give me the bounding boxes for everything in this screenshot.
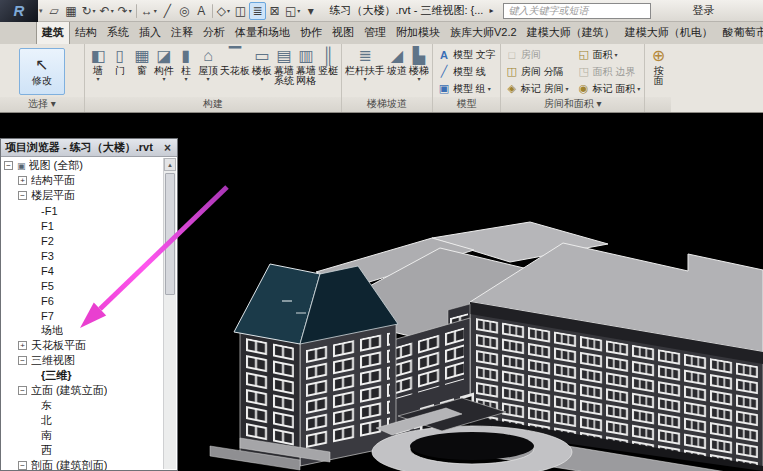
tree-item-minus-f1[interactable]: -F1 [1, 203, 163, 218]
tree-item-3d-views[interactable]: − 三维视图 [1, 353, 163, 368]
wall-button[interactable]: ◧ 墙 ▾ [87, 46, 109, 97]
sync-icon[interactable]: ↻ ▾ [80, 2, 98, 20]
tree-item-east[interactable]: 东 [1, 398, 163, 413]
search-input[interactable] [503, 3, 651, 19]
tab-modeling-master-mep[interactable]: 建模大师（机电） [620, 22, 718, 44]
tree-expander-icon[interactable]: − [18, 386, 27, 395]
tab-systems[interactable]: 系统 [102, 22, 134, 44]
tree-item-views-all[interactable]: − ▣ 视图 (全部) [1, 158, 163, 173]
tree-item-site[interactable]: 场地 [1, 323, 163, 338]
panel-label-select[interactable]: 选择 ▾ [0, 97, 84, 112]
model-line-button[interactable]: ╱ 模型 线 [437, 63, 496, 80]
opening-by-face-button[interactable]: ⊕ 按 面 [647, 46, 669, 97]
ramp-button[interactable]: ◢ 坡道 [386, 46, 408, 97]
room-separator-button[interactable]: ◫ 房间 分隔 [505, 63, 569, 80]
area-button[interactable]: ◱ 面积 ▾ [577, 46, 641, 63]
tree-item-f5[interactable]: F5 [1, 278, 163, 293]
tab-structure[interactable]: 结构 [70, 22, 102, 44]
tab-analyze[interactable]: 分析 [198, 22, 230, 44]
floor-button[interactable]: ▭ 楼板 ▾ [251, 46, 273, 97]
tab-architecture[interactable]: 建筑 [36, 22, 70, 44]
tab-annotate[interactable]: 注释 [166, 22, 198, 44]
door-button[interactable]: ▯ 门 [109, 46, 131, 97]
tag-by-category-icon[interactable]: ◎ [176, 2, 193, 20]
title-expand-button[interactable]: ▸ [489, 6, 493, 15]
tab-suanputao-civil[interactable]: 酸葡萄市政 [718, 22, 763, 44]
railing-button[interactable]: ≣ 栏杆扶手 ▾ [344, 46, 386, 97]
qat-separator[interactable] [212, 4, 213, 18]
area-boundary-button[interactable]: ◳ 面积 边界 [577, 63, 641, 80]
tree-expander-icon[interactable]: + [18, 176, 27, 185]
text-icon[interactable]: A [193, 2, 210, 20]
tree-item-f7[interactable]: F7 [1, 308, 163, 323]
tree-item-north[interactable]: 北 [1, 413, 163, 428]
tree-expander-icon[interactable]: − [18, 191, 27, 200]
room-button[interactable]: □ 房间 [505, 46, 569, 63]
aligned-dimension-icon[interactable]: ╱ [159, 2, 176, 20]
tree-item-f4[interactable]: F4 [1, 263, 163, 278]
tree-item-structural-plans[interactable]: + 结构平面 [1, 173, 163, 188]
switch-windows-icon[interactable]: ◱ ▾ [283, 2, 302, 20]
tab-massing-site[interactable]: 体量和场地 [230, 22, 295, 44]
measure-icon[interactable]: ↔ ▾ [139, 2, 159, 20]
save-icon[interactable]: ▦ [63, 2, 80, 20]
tree-expander-icon[interactable]: + [18, 341, 27, 350]
thin-lines-icon[interactable]: ≣ [249, 2, 266, 20]
tab-manage[interactable]: 管理 [359, 22, 391, 44]
project-browser-titlebar[interactable]: 项目浏览器 - 练习（大楼）.rvt × [1, 139, 177, 157]
tree-expander-icon[interactable]: − [4, 161, 13, 170]
close-hidden-windows-icon[interactable]: ⊠ [266, 2, 283, 20]
close-icon[interactable]: × [162, 141, 173, 155]
curtain-grid-button[interactable]: ▥ 幕墙 网格 [295, 46, 317, 97]
scrollbar[interactable]: ▲ [163, 158, 176, 469]
modify-button[interactable]: ↖ 修改 [19, 48, 65, 95]
redo-icon[interactable]: ↷ ▾ [116, 2, 134, 20]
tree-item-f1[interactable]: F1 [1, 218, 163, 233]
tree-item-3d-default[interactable]: {三维} [1, 368, 163, 383]
curtain-system-button[interactable]: ▤ 幕墙 系统 [273, 46, 295, 97]
tree-expander-icon[interactable]: − [18, 461, 27, 470]
tree-item-west[interactable]: 西 [1, 443, 163, 458]
tag-room-button[interactable]: ◈ 标记 房间 ▾ [505, 80, 569, 97]
tree-expander-icon[interactable]: − [18, 356, 27, 365]
app-menu-arrow-icon[interactable]: ▾ [39, 7, 43, 15]
section-icon[interactable]: ◫ [232, 2, 249, 20]
component-button[interactable]: ◪ 构件 ▾ [153, 46, 175, 97]
tab-view[interactable]: 视图 [327, 22, 359, 44]
sign-in-button[interactable]: 登录 [692, 3, 714, 18]
undo-icon[interactable]: ↶ ▾ [98, 2, 116, 20]
revit-app-button[interactable]: R [0, 0, 38, 22]
roof-button[interactable]: ⌂ 屋顶 ▾ [197, 46, 219, 97]
tab-family-master[interactable]: 族库大师V2.2 [445, 22, 522, 44]
scroll-up-icon[interactable]: ▲ [164, 158, 176, 171]
panel-label-room-area[interactable]: 房间和面积 ▾ [501, 97, 645, 112]
model-text-button[interactable]: A 模型 文字 [437, 46, 496, 63]
select-panel: ↖ 修改 选择 ▾ [0, 44, 85, 112]
window-button[interactable]: ▦ 窗 [131, 46, 153, 97]
tab-modeling-master-arch[interactable]: 建模大师（建筑） [522, 22, 620, 44]
tag-area-button[interactable]: ◉ 标记 面积 ▾ [577, 80, 641, 97]
tree-item-ceiling-plans[interactable]: + 天花板平面 [1, 338, 163, 353]
ceiling-button[interactable]: ▔ 天花板 [219, 46, 251, 97]
mullion-button[interactable]: ║ 竖梃 [317, 46, 339, 97]
tree-item-f3[interactable]: F3 [1, 248, 163, 263]
model-group-button[interactable]: ▣ 模型 组 ▾ [437, 80, 496, 97]
stair-button[interactable]: ▙ 楼梯 ▾ [408, 46, 430, 97]
tree-item-sections[interactable]: − 剖面 (建筑剖面) [1, 458, 163, 470]
tree-item-f2[interactable]: F2 [1, 233, 163, 248]
tab-collaborate[interactable]: 协作 [295, 22, 327, 44]
tool-icon: ◱ [577, 48, 591, 61]
tree-item-floor-plans[interactable]: − 楼层平面 [1, 188, 163, 203]
default-3d-view-icon[interactable]: ◇ ▾ [215, 2, 232, 20]
tree-item-south[interactable]: 南 [1, 428, 163, 443]
tree-item-elevations[interactable]: − 立面 (建筑立面) [1, 383, 163, 398]
open-icon[interactable]: ▱ [46, 2, 63, 20]
qat-separator[interactable] [136, 4, 137, 18]
stairs-panel: ≣ 栏杆扶手 ▾ ◢ 坡道 ▙ 楼梯 [342, 44, 433, 112]
column-button[interactable]: ▮ 柱 ▾ [175, 46, 197, 97]
tab-insert[interactable]: 插入 [134, 22, 166, 44]
tab-addins[interactable]: 附加模块 [391, 22, 445, 44]
tree-item-f6[interactable]: F6 [1, 293, 163, 308]
scrollbar-thumb[interactable] [165, 173, 175, 295]
customize-qat-icon[interactable]: ▾ [302, 2, 319, 20]
